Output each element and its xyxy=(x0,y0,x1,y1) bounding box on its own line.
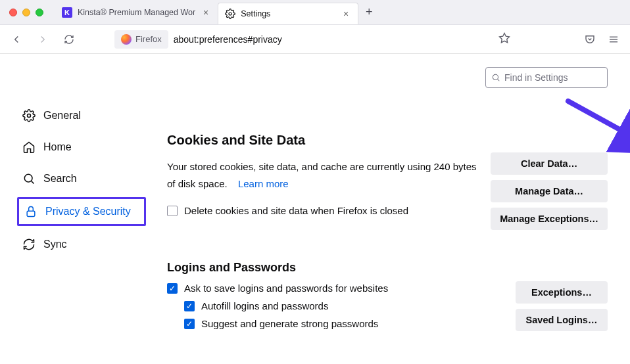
sidebar-item-home[interactable]: Home xyxy=(17,134,146,160)
clear-data-button[interactable]: Clear Data… xyxy=(491,152,608,175)
window-maximize-button[interactable] xyxy=(36,9,43,16)
tab-label: Settings xyxy=(241,9,270,18)
tab-kinsta[interactable]: K Kinsta® Premium Managed Wor × xyxy=(55,0,218,24)
gear-icon xyxy=(22,109,36,122)
gear-icon xyxy=(225,9,235,19)
checkbox-unchecked-icon[interactable] xyxy=(167,206,178,216)
window-close-button[interactable] xyxy=(9,9,17,16)
close-icon[interactable]: × xyxy=(341,9,351,19)
checkbox-label: Delete cookies and site data when Firefo… xyxy=(184,205,408,216)
sidebar-item-sync[interactable]: Sync xyxy=(17,231,146,258)
learn-more-link[interactable]: Learn more xyxy=(238,178,289,189)
search-icon xyxy=(22,172,36,185)
close-icon[interactable]: × xyxy=(201,7,211,18)
cookies-description: Your stored cookies, site data, and cach… xyxy=(167,158,483,192)
bookmark-star-icon[interactable] xyxy=(498,32,514,46)
saved-logins-button[interactable]: Saved Logins… xyxy=(516,309,608,331)
annotation-arrow xyxy=(562,96,630,162)
reload-button[interactable] xyxy=(59,30,79,49)
svg-rect-9 xyxy=(27,211,35,216)
tab-label: Kinsta® Premium Managed Wor xyxy=(78,8,195,17)
checkbox-checked-icon[interactable]: ✓ xyxy=(184,301,195,311)
checkbox-label: Ask to save logins and passwords for web… xyxy=(184,283,388,294)
identity-chip[interactable]: Firefox xyxy=(114,30,168,49)
checkbox-checked-icon[interactable]: ✓ xyxy=(167,283,178,294)
sidebar-item-general[interactable]: General xyxy=(17,102,146,129)
pocket-button[interactable] xyxy=(580,30,600,49)
sidebar-item-label: Search xyxy=(43,173,77,185)
manage-exceptions-button[interactable]: Manage Exceptions… xyxy=(491,208,608,230)
window-minimize-button[interactable] xyxy=(22,9,30,16)
checkbox-label: Suggest and generate strong passwords xyxy=(201,318,378,329)
tab-settings[interactable]: Settings × xyxy=(218,3,358,24)
svg-point-7 xyxy=(24,174,32,182)
sidebar-item-label: Sync xyxy=(43,239,67,250)
back-button[interactable] xyxy=(7,30,26,49)
identity-label: Firefox xyxy=(135,34,162,44)
sidebar-item-label: Privacy & Security xyxy=(45,206,131,217)
lock-icon xyxy=(24,205,37,218)
svg-point-0 xyxy=(229,12,231,15)
svg-point-6 xyxy=(28,114,31,118)
sidebar-item-label: Home xyxy=(43,141,72,153)
checkbox-label: Autofill logins and passwords xyxy=(201,300,328,311)
sync-icon xyxy=(22,238,36,251)
sidebar-item-label: General xyxy=(43,110,81,122)
logins-exceptions-button[interactable]: Exceptions… xyxy=(516,281,608,304)
sidebar-item-search[interactable]: Search xyxy=(17,166,146,192)
manage-data-button[interactable]: Manage Data… xyxy=(491,180,608,202)
forward-button[interactable] xyxy=(33,30,53,49)
kinsta-favicon: K xyxy=(62,7,72,18)
checkbox-checked-icon[interactable]: ✓ xyxy=(184,319,195,329)
section-title-logins: Logins and Passwords xyxy=(167,261,608,275)
url-text: about:preferences#privacy xyxy=(174,34,282,45)
sidebar-item-privacy[interactable]: Privacy & Security xyxy=(17,197,146,226)
firefox-icon xyxy=(121,34,132,45)
home-icon xyxy=(22,141,36,154)
section-title-cookies: Cookies and Site Data xyxy=(167,133,608,148)
hamburger-menu-button[interactable] xyxy=(604,30,623,49)
svg-line-8 xyxy=(32,181,34,184)
address-bar[interactable]: Firefox about:preferences#privacy xyxy=(112,29,541,50)
new-tab-button[interactable]: + xyxy=(358,0,379,24)
